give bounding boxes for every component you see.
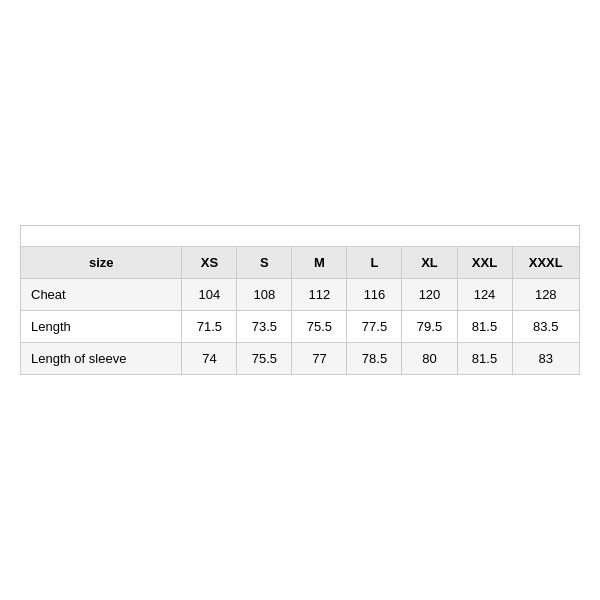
cell-value: 73.5 — [237, 311, 292, 343]
row-label: Length — [21, 311, 182, 343]
header-size: size — [21, 247, 182, 279]
row-label: Length of sleeve — [21, 343, 182, 375]
cell-value: 120 — [402, 279, 457, 311]
cell-value: 80 — [402, 343, 457, 375]
header-xs: XS — [182, 247, 237, 279]
header-m: M — [292, 247, 347, 279]
cell-value: 83.5 — [512, 311, 579, 343]
cell-value: 104 — [182, 279, 237, 311]
cell-value: 77.5 — [347, 311, 402, 343]
header-l: L — [347, 247, 402, 279]
cell-value: 116 — [347, 279, 402, 311]
header-xxxl: XXXL — [512, 247, 579, 279]
size-chart-container: size XS S M L XL XXL XXXL Cheat104108112… — [20, 225, 580, 375]
title-row — [21, 226, 580, 247]
cell-value: 124 — [457, 279, 512, 311]
header-xl: XL — [402, 247, 457, 279]
cell-value: 75.5 — [237, 343, 292, 375]
cell-value: 83 — [512, 343, 579, 375]
table-row: Length of sleeve7475.57778.58081.583 — [21, 343, 580, 375]
row-label: Cheat — [21, 279, 182, 311]
size-chart-table: size XS S M L XL XXL XXXL Cheat104108112… — [20, 225, 580, 375]
cell-value: 74 — [182, 343, 237, 375]
header-s: S — [237, 247, 292, 279]
cell-value: 77 — [292, 343, 347, 375]
header-row: size XS S M L XL XXL XXXL — [21, 247, 580, 279]
table-row: Cheat104108112116120124128 — [21, 279, 580, 311]
table-title — [21, 226, 580, 247]
cell-value: 128 — [512, 279, 579, 311]
header-xxl: XXL — [457, 247, 512, 279]
cell-value: 78.5 — [347, 343, 402, 375]
cell-value: 75.5 — [292, 311, 347, 343]
cell-value: 108 — [237, 279, 292, 311]
cell-value: 79.5 — [402, 311, 457, 343]
cell-value: 81.5 — [457, 343, 512, 375]
table-row: Length71.573.575.577.579.581.583.5 — [21, 311, 580, 343]
cell-value: 71.5 — [182, 311, 237, 343]
cell-value: 81.5 — [457, 311, 512, 343]
cell-value: 112 — [292, 279, 347, 311]
